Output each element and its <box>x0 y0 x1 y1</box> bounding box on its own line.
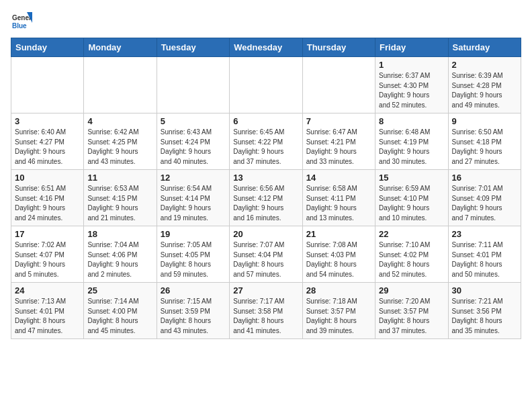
calendar-cell: 1Sunrise: 6:37 AMSunset: 4:30 PMDaylight… <box>375 57 448 113</box>
calendar-cell: 8Sunrise: 6:48 AMSunset: 4:19 PMDaylight… <box>375 113 448 170</box>
calendar-cell: 13Sunrise: 6:56 AMSunset: 4:12 PMDayligh… <box>230 170 302 226</box>
day-number: 23 <box>452 229 517 239</box>
day-number: 29 <box>379 285 444 295</box>
calendar-cell: 29Sunrise: 7:20 AMSunset: 3:57 PMDayligh… <box>375 283 448 339</box>
calendar-cell <box>11 57 84 113</box>
day-info: Sunrise: 7:14 AMSunset: 4:00 PMDaylight:… <box>87 297 152 336</box>
header-cell-sunday: Sunday <box>11 38 84 57</box>
calendar-cell: 16Sunrise: 7:01 AMSunset: 4:09 PMDayligh… <box>448 170 521 226</box>
header-row: SundayMondayTuesdayWednesdayThursdayFrid… <box>11 38 521 57</box>
day-number: 11 <box>87 173 152 183</box>
calendar-cell: 4Sunrise: 6:42 AMSunset: 4:25 PMDaylight… <box>84 113 157 170</box>
calendar-cell: 19Sunrise: 7:05 AMSunset: 4:05 PMDayligh… <box>157 226 229 283</box>
day-number: 22 <box>379 229 444 239</box>
calendar-cell: 15Sunrise: 6:59 AMSunset: 4:10 PMDayligh… <box>375 170 448 226</box>
header-cell-thursday: Thursday <box>302 38 375 57</box>
calendar-cell: 6Sunrise: 6:45 AMSunset: 4:22 PMDaylight… <box>230 113 302 170</box>
calendar-cell: 20Sunrise: 7:07 AMSunset: 4:04 PMDayligh… <box>230 226 302 283</box>
day-number: 12 <box>161 173 226 183</box>
day-number: 27 <box>233 285 298 295</box>
calendar-cell <box>230 57 302 113</box>
logo-svg: General Blue <box>11 11 32 32</box>
day-info: Sunrise: 7:05 AMSunset: 4:05 PMDaylight:… <box>161 240 226 279</box>
day-info: Sunrise: 6:40 AMSunset: 4:27 PMDaylight:… <box>15 128 80 167</box>
day-info: Sunrise: 6:45 AMSunset: 4:22 PMDaylight:… <box>233 128 298 167</box>
day-info: Sunrise: 6:47 AMSunset: 4:21 PMDaylight:… <box>306 128 371 167</box>
day-number: 1 <box>379 60 444 70</box>
calendar-cell: 21Sunrise: 7:08 AMSunset: 4:03 PMDayligh… <box>302 226 375 283</box>
calendar-header: SundayMondayTuesdayWednesdayThursdayFrid… <box>11 38 521 57</box>
day-number: 28 <box>306 285 371 295</box>
day-info: Sunrise: 7:20 AMSunset: 3:57 PMDaylight:… <box>379 297 444 336</box>
logo: General Blue <box>11 11 32 32</box>
day-number: 30 <box>452 285 517 295</box>
day-info: Sunrise: 7:13 AMSunset: 4:01 PMDaylight:… <box>15 297 80 336</box>
day-info: Sunrise: 6:48 AMSunset: 4:19 PMDaylight:… <box>379 128 444 167</box>
day-info: Sunrise: 7:21 AMSunset: 3:56 PMDaylight:… <box>452 297 517 336</box>
calendar-cell: 9Sunrise: 6:50 AMSunset: 4:18 PMDaylight… <box>448 113 521 170</box>
day-info: Sunrise: 7:01 AMSunset: 4:09 PMDaylight:… <box>452 184 517 223</box>
calendar-table: SundayMondayTuesdayWednesdayThursdayFrid… <box>11 38 521 339</box>
svg-text:Blue: Blue <box>12 22 27 30</box>
calendar-cell: 28Sunrise: 7:18 AMSunset: 3:57 PMDayligh… <box>302 283 375 339</box>
calendar-cell: 24Sunrise: 7:13 AMSunset: 4:01 PMDayligh… <box>11 283 84 339</box>
calendar-cell: 22Sunrise: 7:10 AMSunset: 4:02 PMDayligh… <box>375 226 448 283</box>
day-info: Sunrise: 6:51 AMSunset: 4:16 PMDaylight:… <box>15 184 80 223</box>
calendar-cell: 5Sunrise: 6:43 AMSunset: 4:24 PMDaylight… <box>157 113 229 170</box>
calendar-cell: 3Sunrise: 6:40 AMSunset: 4:27 PMDaylight… <box>11 113 84 170</box>
day-number: 8 <box>379 116 444 126</box>
calendar-cell: 30Sunrise: 7:21 AMSunset: 3:56 PMDayligh… <box>448 283 521 339</box>
header-cell-saturday: Saturday <box>448 38 521 57</box>
day-info: Sunrise: 7:18 AMSunset: 3:57 PMDaylight:… <box>306 297 371 336</box>
calendar-cell: 26Sunrise: 7:15 AMSunset: 3:59 PMDayligh… <box>157 283 229 339</box>
calendar-cell: 18Sunrise: 7:04 AMSunset: 4:06 PMDayligh… <box>84 226 157 283</box>
calendar-cell: 17Sunrise: 7:02 AMSunset: 4:07 PMDayligh… <box>11 226 84 283</box>
calendar-cell: 10Sunrise: 6:51 AMSunset: 4:16 PMDayligh… <box>11 170 84 226</box>
day-info: Sunrise: 7:02 AMSunset: 4:07 PMDaylight:… <box>15 240 80 279</box>
day-info: Sunrise: 6:43 AMSunset: 4:24 PMDaylight:… <box>161 128 226 167</box>
calendar-cell: 27Sunrise: 7:17 AMSunset: 3:58 PMDayligh… <box>230 283 302 339</box>
week-row: 10Sunrise: 6:51 AMSunset: 4:16 PMDayligh… <box>11 170 521 226</box>
calendar-cell: 23Sunrise: 7:11 AMSunset: 4:01 PMDayligh… <box>448 226 521 283</box>
day-number: 4 <box>87 116 152 126</box>
day-number: 19 <box>161 229 226 239</box>
header-cell-tuesday: Tuesday <box>157 38 229 57</box>
day-info: Sunrise: 6:37 AMSunset: 4:30 PMDaylight:… <box>379 71 444 110</box>
day-number: 20 <box>233 229 298 239</box>
calendar-cell: 12Sunrise: 6:54 AMSunset: 4:14 PMDayligh… <box>157 170 229 226</box>
day-info: Sunrise: 7:11 AMSunset: 4:01 PMDaylight:… <box>452 240 517 279</box>
day-info: Sunrise: 7:04 AMSunset: 4:06 PMDaylight:… <box>87 240 152 279</box>
week-row: 3Sunrise: 6:40 AMSunset: 4:27 PMDaylight… <box>11 113 521 170</box>
header-cell-monday: Monday <box>84 38 157 57</box>
week-row: 1Sunrise: 6:37 AMSunset: 4:30 PMDaylight… <box>11 57 521 113</box>
week-row: 24Sunrise: 7:13 AMSunset: 4:01 PMDayligh… <box>11 283 521 339</box>
day-info: Sunrise: 7:15 AMSunset: 3:59 PMDaylight:… <box>161 297 226 336</box>
day-number: 15 <box>379 173 444 183</box>
header: General Blue <box>11 11 521 32</box>
day-number: 13 <box>233 173 298 183</box>
day-info: Sunrise: 7:07 AMSunset: 4:04 PMDaylight:… <box>233 240 298 279</box>
day-number: 9 <box>452 116 517 126</box>
day-number: 7 <box>306 116 371 126</box>
header-cell-friday: Friday <box>375 38 448 57</box>
header-cell-wednesday: Wednesday <box>230 38 302 57</box>
day-info: Sunrise: 6:59 AMSunset: 4:10 PMDaylight:… <box>379 184 444 223</box>
day-info: Sunrise: 6:53 AMSunset: 4:15 PMDaylight:… <box>87 184 152 223</box>
day-number: 5 <box>161 116 226 126</box>
day-number: 6 <box>233 116 298 126</box>
day-info: Sunrise: 6:56 AMSunset: 4:12 PMDaylight:… <box>233 184 298 223</box>
day-info: Sunrise: 7:10 AMSunset: 4:02 PMDaylight:… <box>379 240 444 279</box>
day-number: 2 <box>452 60 517 70</box>
day-number: 14 <box>306 173 371 183</box>
week-row: 17Sunrise: 7:02 AMSunset: 4:07 PMDayligh… <box>11 226 521 283</box>
day-info: Sunrise: 7:08 AMSunset: 4:03 PMDaylight:… <box>306 240 371 279</box>
calendar-cell: 11Sunrise: 6:53 AMSunset: 4:15 PMDayligh… <box>84 170 157 226</box>
day-number: 18 <box>87 229 152 239</box>
day-number: 24 <box>15 285 80 295</box>
day-number: 10 <box>15 173 80 183</box>
calendar-cell: 7Sunrise: 6:47 AMSunset: 4:21 PMDaylight… <box>302 113 375 170</box>
day-info: Sunrise: 6:42 AMSunset: 4:25 PMDaylight:… <box>87 128 152 167</box>
day-info: Sunrise: 6:54 AMSunset: 4:14 PMDaylight:… <box>161 184 226 223</box>
day-info: Sunrise: 6:50 AMSunset: 4:18 PMDaylight:… <box>452 128 517 167</box>
day-number: 25 <box>87 285 152 295</box>
